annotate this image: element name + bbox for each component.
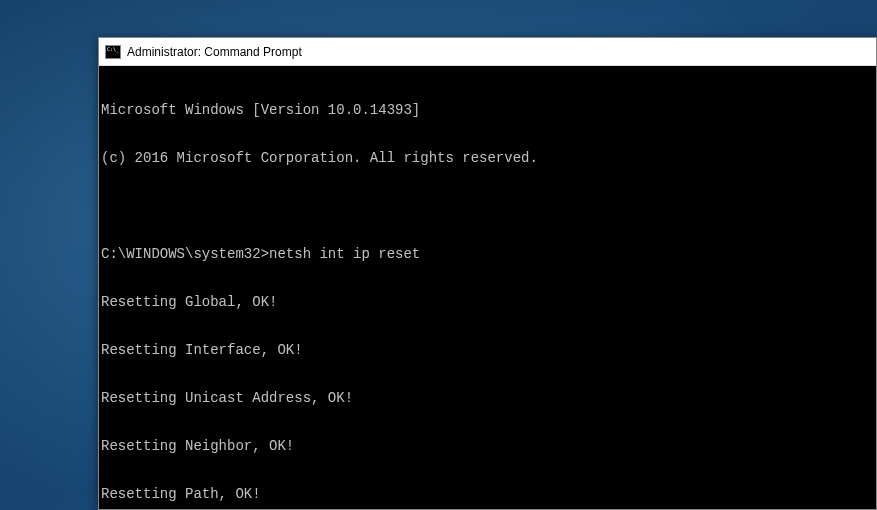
output-line: Resetting Unicast Address, OK!	[101, 390, 874, 406]
cmd-icon	[105, 45, 121, 59]
console-header-line: Microsoft Windows [Version 10.0.14393]	[101, 102, 874, 118]
prompt-path: C:\WINDOWS\system32>	[101, 246, 269, 262]
command-text: netsh int ip reset	[269, 246, 420, 262]
command-line: C:\WINDOWS\system32>netsh int ip reset	[101, 246, 874, 262]
output-line: Resetting Global, OK!	[101, 294, 874, 310]
output-line: Resetting Path, OK!	[101, 486, 874, 502]
window-titlebar[interactable]: Administrator: Command Prompt	[99, 38, 876, 66]
console-blank-line	[101, 198, 874, 214]
console-area[interactable]: Microsoft Windows [Version 10.0.14393] (…	[99, 66, 876, 509]
window-title: Administrator: Command Prompt	[127, 45, 302, 59]
console-header-line: (c) 2016 Microsoft Corporation. All righ…	[101, 150, 874, 166]
output-line: Resetting Neighbor, OK!	[101, 438, 874, 454]
output-line: Resetting Interface, OK!	[101, 342, 874, 358]
command-prompt-window: Administrator: Command Prompt Microsoft …	[98, 37, 877, 510]
